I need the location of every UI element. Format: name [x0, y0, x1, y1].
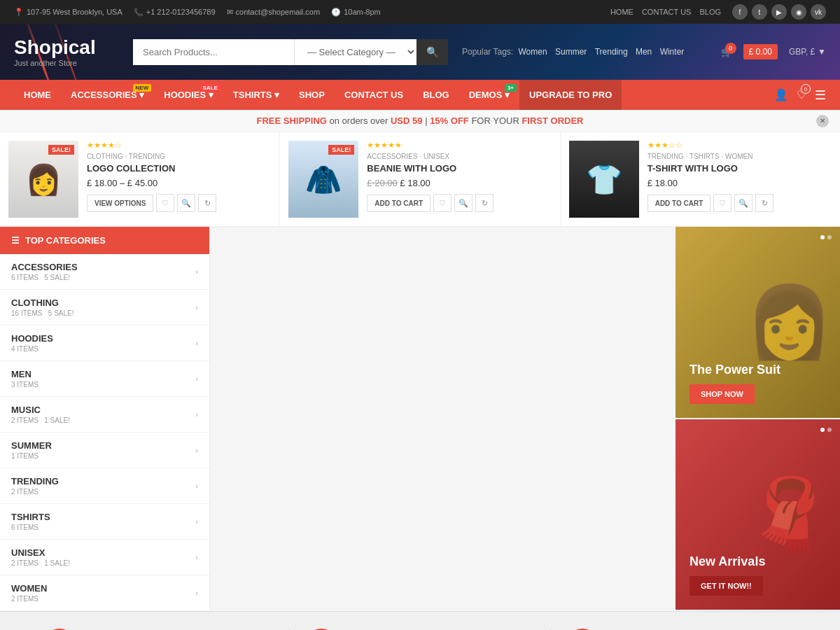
hamburger-icon[interactable]: ☰ — [815, 88, 826, 103]
side-banner-2-button[interactable]: GET IT NOW!! — [690, 576, 763, 596]
arrow-icon-men: › — [195, 374, 198, 383]
compare-icon-3[interactable]: ↻ — [755, 194, 774, 212]
arrow-icon-summer: › — [195, 446, 198, 454]
nav-badge-sale: SALE — [200, 84, 220, 92]
compare-icon-2[interactable]: ↻ — [475, 194, 493, 212]
banner-dot-2-1[interactable] — [820, 428, 825, 432]
promo-free-shipping: FREE SHIPPING — [256, 115, 326, 126]
sale-badge-1: SALE! — [48, 145, 74, 155]
currency-select[interactable]: GBP, £ ▼ — [789, 47, 826, 57]
sidebar-item-clothing[interactable]: CLOTHING 16 ITEMS 5 SALE! › — [0, 290, 209, 326]
add-to-cart-button-3[interactable]: ADD TO CART — [648, 195, 711, 212]
topbar-blog-link[interactable]: BLOG — [699, 8, 721, 16]
arrow-icon-clothing: › — [195, 303, 198, 312]
products-strip: 👩 SALE! ★★★★☆ CLOTHING · TRENDING LOGO C… — [0, 132, 840, 227]
arrow-icon-women: › — [195, 589, 198, 597]
sidebar-item-men[interactable]: MEN 3 ITEMS › — [0, 361, 209, 397]
banner-dot-1-1[interactable] — [820, 235, 825, 239]
youtube-icon[interactable]: ▶ — [771, 4, 787, 20]
sidebar-item-accessories[interactable]: ACCESSORIES 6 ITEMS 5 SALE! › — [0, 254, 209, 290]
product-name-3: T-SHIRT WITH LOGO — [648, 163, 832, 174]
banner-2-image: 🧣 — [746, 473, 833, 556]
chevron-down-icon: ▼ — [818, 47, 826, 57]
side-banners: 👩 The Power Suit SHOP NOW 🧣 New Arrivals — [676, 227, 840, 611]
close-promo-button[interactable]: ✕ — [816, 115, 829, 127]
phone: 📞 +1 212-0123456789 — [134, 8, 216, 17]
header-right: 🛒 0 £ 0.00 GBP, £ ▼ — [721, 44, 826, 59]
cart-price[interactable]: £ 0.00 — [743, 44, 778, 59]
search-input[interactable] — [133, 39, 294, 65]
topbar-contact-link[interactable]: CONTACT US — [642, 8, 692, 16]
sidebar-item-hoodies[interactable]: HOODIES 4 ITEMS › — [0, 326, 209, 361]
stars-3: ★★★☆☆ — [648, 141, 832, 150]
twitter-icon[interactable]: t — [752, 4, 767, 20]
side-banner-1: 👩 The Power Suit SHOP NOW — [676, 227, 840, 419]
account-icon[interactable]: 👤 — [774, 88, 788, 102]
social-icons: f t ▶ ◉ vk — [732, 4, 826, 20]
nav-hoodies[interactable]: HOODIES ▾ SALE — [154, 80, 223, 110]
instagram-icon[interactable]: ◉ — [791, 4, 806, 20]
product-cats-2: ACCESSORIES · UNISEX — [367, 153, 551, 160]
product-cats-3: TRENDING · TSHIRTS · WOMEN — [648, 153, 832, 160]
nav-blog[interactable]: BLOG — [413, 80, 459, 110]
product-card-3: 👕 ★★★☆☆ TRENDING · TSHIRTS · WOMEN T-SHI… — [561, 132, 840, 226]
arrow-icon-accessories: › — [195, 267, 198, 276]
main-nav: HOME ACCESSORIES ▾ NEW HOODIES ▾ SALE TS… — [0, 80, 840, 110]
product-card-1: 👩 SALE! ★★★★☆ CLOTHING · TRENDING LOGO C… — [0, 132, 280, 226]
sidebar-item-unisex[interactable]: UNISEX 2 ITEMS 1 SALE! › — [0, 540, 209, 575]
view-options-button-1[interactable]: VIEW OPTIONS — [87, 195, 153, 212]
tag-trending[interactable]: Trending — [595, 47, 628, 57]
popular-tags: Popular Tags: Women Summer Trending Men … — [462, 47, 687, 57]
nav-demos[interactable]: DEMOS ▾ 3+ — [459, 80, 519, 110]
nav-home[interactable]: HOME — [14, 80, 61, 110]
zoom-icon-1[interactable]: 🔍 — [177, 194, 195, 212]
stars-2: ★★★★★ — [367, 141, 551, 150]
tag-winter[interactable]: Winter — [660, 47, 685, 57]
hours: 🕐 10am-8pm — [331, 8, 381, 17]
search-button[interactable]: 🔍 — [416, 39, 448, 65]
nav-tshirts[interactable]: TSHIRTS ▾ — [223, 80, 289, 110]
tag-summer[interactable]: Summer — [555, 47, 587, 57]
tag-men[interactable]: Men — [636, 47, 652, 57]
zoom-icon-2[interactable]: 🔍 — [454, 194, 472, 212]
wishlist-icon[interactable]: ♡ 0 — [797, 88, 806, 102]
sidebar-item-women[interactable]: WOMEN 2 ITEMS › — [0, 575, 209, 611]
side-banner-2: 🧣 New Arrivals GET IT NOW!! — [676, 419, 840, 612]
tag-women[interactable]: Women — [519, 47, 547, 57]
zoom-icon-3[interactable]: 🔍 — [734, 194, 752, 212]
features-bar: ✈ FREE SHIPPING On all orders over $75.0… — [0, 611, 840, 630]
top-bar: 📍 107-95 West Brooklyn, USA 📞 +1 212-012… — [0, 0, 840, 24]
sidebar-header: ☰ TOP CATEGORIES — [0, 227, 209, 254]
product-cats-1: CLOTHING · TRENDING — [87, 153, 271, 160]
nav-shop[interactable]: SHOP — [289, 80, 335, 110]
currency-label: GBP, £ — [789, 47, 815, 57]
nav-accessories[interactable]: ACCESSORIES ▾ NEW — [61, 80, 154, 110]
header: Shopical Just another Store — Select Cat… — [0, 24, 840, 80]
wishlist-button-1[interactable]: ♡ — [156, 194, 174, 212]
side-banner-1-button[interactable]: SHOP NOW — [690, 384, 755, 404]
logo-text: Shopical — [14, 36, 119, 59]
sidebar-item-tshirts[interactable]: TSHIRTS 6 ITEMS › — [0, 504, 209, 540]
product-price-3: £ 18.00 — [648, 178, 832, 188]
sidebar-item-music[interactable]: MUSIC 2 ITEMS 1 SALE! › — [0, 397, 209, 433]
wishlist-button-3[interactable]: ♡ — [713, 194, 732, 212]
promo-discount: 15% OFF — [430, 115, 469, 126]
nav-upgrade[interactable]: UPGRADE TO PRO — [519, 80, 622, 110]
nav-contact[interactable]: CONTACT US — [335, 80, 413, 110]
promo-discount-text: FOR YOUR — [471, 115, 522, 126]
cart-icon-wrap[interactable]: 🛒 0 — [721, 47, 732, 57]
sidebar-item-summer[interactable]: SUMMER 1 ITEMS › — [0, 433, 209, 468]
category-select[interactable]: — Select Category — Accessories Clothing… — [295, 39, 416, 65]
facebook-icon[interactable]: f — [732, 4, 748, 20]
sidebar-item-trending[interactable]: TRENDING 2 ITEMS › — [0, 468, 209, 504]
topbar-home-link[interactable]: HOME — [610, 8, 634, 16]
vk-icon[interactable]: vk — [811, 4, 826, 20]
compare-icon-1[interactable]: ↻ — [198, 194, 216, 212]
popular-tags-label: Popular Tags: — [462, 47, 516, 57]
promo-bar: FREE SHIPPING on orders over USD 59 | 15… — [0, 110, 840, 132]
logo: Shopical Just another Store — [14, 36, 119, 67]
banner-dot-1-2[interactable] — [827, 235, 832, 239]
add-to-cart-button-2[interactable]: ADD TO CART — [367, 195, 430, 212]
banner-dot-2-2[interactable] — [827, 428, 832, 432]
wishlist-button-2[interactable]: ♡ — [433, 194, 451, 212]
